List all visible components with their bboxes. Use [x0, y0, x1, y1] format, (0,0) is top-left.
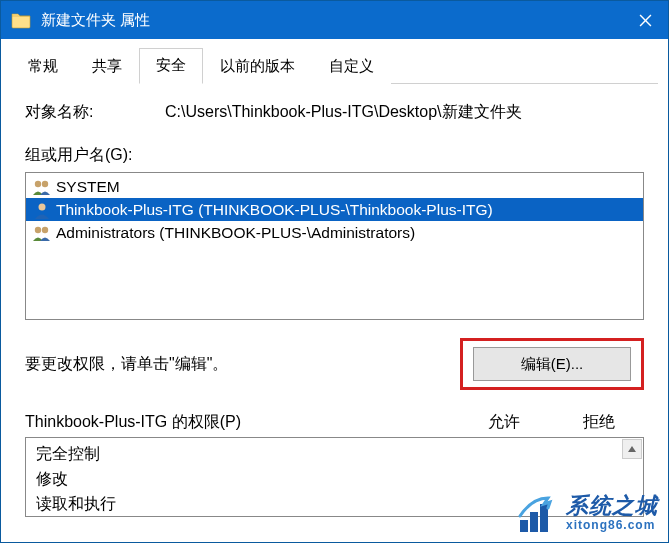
window-title: 新建文件夹 属性	[41, 11, 622, 30]
svg-point-6	[42, 227, 48, 233]
close-button[interactable]	[622, 1, 668, 39]
tab-security[interactable]: 安全	[139, 48, 203, 84]
tab-previous-versions[interactable]: 以前的版本	[203, 49, 312, 84]
user-icon	[32, 200, 52, 220]
edit-button[interactable]: 编辑(E)...	[473, 347, 631, 381]
scroll-up-button[interactable]	[622, 439, 642, 459]
tab-customize[interactable]: 自定义	[312, 49, 391, 84]
tab-sharing[interactable]: 共享	[75, 49, 139, 84]
deny-column-label: 拒绝	[554, 412, 644, 433]
groups-listbox[interactable]: SYSTEM Thinkbook-Plus-ITG (THINKBOOK-PLU…	[25, 172, 644, 320]
svg-point-5	[35, 227, 41, 233]
group-icon	[32, 177, 52, 197]
edit-highlight-box: 编辑(E)...	[460, 338, 644, 390]
groups-label: 组或用户名(G):	[25, 145, 644, 166]
list-item[interactable]: Administrators (THINKBOOK-PLUS-\Administ…	[26, 221, 643, 244]
list-item-text: SYSTEM	[56, 178, 120, 196]
folder-icon	[11, 11, 31, 29]
permission-row: 读取和执行	[36, 492, 643, 517]
watermark-domain: xitong86.com	[566, 519, 658, 531]
list-item-text: Thinkbook-Plus-ITG (THINKBOOK-PLUS-\Thin…	[56, 201, 493, 219]
permission-row: 修改	[36, 467, 643, 492]
permissions-listbox[interactable]: 完全控制 修改 读取和执行	[25, 437, 644, 517]
svg-point-2	[35, 181, 41, 187]
group-icon	[32, 223, 52, 243]
tab-content-security: 对象名称: C:\Users\Thinkbook-Plus-ITG\Deskto…	[1, 84, 668, 517]
permission-row: 完全控制	[36, 442, 643, 467]
object-row: 对象名称: C:\Users\Thinkbook-Plus-ITG\Deskto…	[25, 102, 644, 123]
list-item-text: Administrators (THINKBOOK-PLUS-\Administ…	[56, 224, 415, 242]
list-item[interactable]: Thinkbook-Plus-ITG (THINKBOOK-PLUS-\Thin…	[26, 198, 643, 221]
svg-point-4	[39, 204, 46, 211]
tab-general[interactable]: 常规	[11, 49, 75, 84]
svg-rect-7	[520, 520, 528, 532]
permissions-header: Thinkbook-Plus-ITG 的权限(P) 允许 拒绝	[25, 412, 644, 433]
tab-strip: 常规 共享 安全 以前的版本 自定义	[11, 47, 658, 84]
svg-point-3	[42, 181, 48, 187]
edit-row: 要更改权限，请单击"编辑"。 编辑(E)...	[25, 338, 644, 390]
edit-hint-text: 要更改权限，请单击"编辑"。	[25, 354, 460, 375]
object-path: C:\Users\Thinkbook-Plus-ITG\Desktop\新建文件…	[165, 102, 644, 123]
title-bar: 新建文件夹 属性	[1, 1, 668, 39]
list-item[interactable]: SYSTEM	[26, 175, 643, 198]
allow-column-label: 允许	[454, 412, 554, 433]
object-label: 对象名称:	[25, 102, 165, 123]
permissions-for-label: Thinkbook-Plus-ITG 的权限(P)	[25, 412, 454, 433]
